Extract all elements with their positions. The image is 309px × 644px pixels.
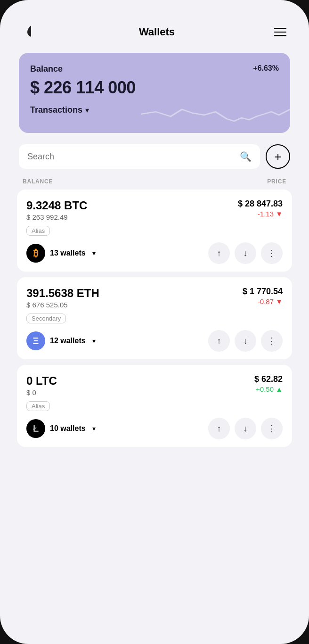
coin-wallets-chevron-icon-btc: ▾ (92, 249, 96, 257)
search-box: 🔍 (19, 144, 260, 169)
coin-actions-eth: ↑ ↓ ⋮ (208, 330, 283, 352)
menu-line-2 (274, 32, 286, 33)
more-button-ltc[interactable]: ⋮ (261, 418, 283, 439)
balance-label: Balance (30, 64, 63, 74)
coin-wallets-ltc: 10 wallets (50, 424, 86, 433)
coin-identity-btc[interactable]: ₿ 13 wallets ▾ (26, 244, 96, 263)
add-wallet-button[interactable]: + (266, 144, 290, 169)
coin-price-change-eth: -0.87 ▼ (243, 297, 283, 305)
coin-price-btc: $ 28 847.83 -1.13 ▼ (238, 199, 283, 218)
coin-balance-ltc: 0 LTC $ 0 (26, 374, 57, 396)
coin-actions-btc: ↑ ↓ ⋮ (208, 242, 283, 264)
coin-balance-btc: 9.3248 BTC $ 263 992.49 (26, 199, 87, 221)
more-button-eth[interactable]: ⋮ (261, 330, 283, 352)
header: Wallets (9, 9, 300, 49)
menu-line-1 (274, 28, 286, 29)
app-logo (23, 23, 40, 41)
menu-button[interactable] (274, 28, 286, 36)
more-button-btc[interactable]: ⋮ (261, 242, 283, 264)
coin-price-change-btc: -1.13 ▼ (238, 210, 283, 218)
coin-card-ltc: 0 LTC $ 0 $ 62.82 +0.50 ▲ Alias Ł 10 wal… (17, 365, 292, 447)
coin-top-ltc: 0 LTC $ 0 $ 62.82 +0.50 ▲ (26, 374, 283, 396)
coin-logo-eth: Ξ (26, 331, 45, 350)
coin-alias-ltc: Alias (26, 401, 50, 411)
coin-card-eth: 391.5638 ETH $ 676 525.05 $ 1 770.54 -0.… (17, 277, 292, 359)
coin-logo-btc: ₿ (26, 244, 45, 263)
send-button-eth[interactable]: ↑ (208, 330, 230, 352)
coin-top-eth: 391.5638 ETH $ 676 525.05 $ 1 770.54 -0.… (26, 287, 283, 309)
coin-usd-ltc: $ 0 (26, 388, 57, 396)
coin-wallets-btc: 13 wallets (50, 249, 86, 257)
balance-amount: $ 226 114 000 (30, 78, 279, 98)
coin-price-value-ltc: $ 62.82 (254, 374, 283, 384)
coin-bottom-eth: Ξ 12 wallets ▾ ↑ ↓ ⋮ (26, 330, 283, 352)
receive-button-btc[interactable]: ↓ (235, 242, 256, 264)
transactions-chevron-icon: ▾ (85, 106, 89, 115)
table-headers: BALANCE PRICE (9, 176, 300, 190)
coin-bottom-ltc: Ł 10 wallets ▾ ↑ ↓ ⋮ (26, 418, 283, 439)
coin-price-change-ltc: +0.50 ▲ (254, 385, 283, 393)
transactions-label: Transactions (30, 105, 82, 115)
coins-list: 9.3248 BTC $ 263 992.49 $ 28 847.83 -1.1… (9, 190, 300, 447)
coin-logo-ltc: Ł (26, 419, 45, 438)
coin-identity-eth[interactable]: Ξ 12 wallets ▾ (26, 331, 96, 350)
balance-chart (141, 95, 290, 133)
coin-price-value-btc: $ 28 847.83 (238, 199, 283, 209)
menu-line-3 (274, 35, 286, 36)
coin-usd-eth: $ 676 525.05 (26, 301, 99, 309)
coin-wallets-chevron-icon-eth: ▾ (92, 337, 96, 345)
coin-amount-ltc: 0 LTC (26, 374, 57, 388)
coin-price-ltc: $ 62.82 +0.50 ▲ (254, 374, 283, 393)
receive-button-ltc[interactable]: ↓ (235, 418, 256, 439)
balance-percent: +6.63% (253, 64, 279, 73)
coin-actions-ltc: ↑ ↓ ⋮ (208, 418, 283, 439)
coin-identity-ltc[interactable]: Ł 10 wallets ▾ (26, 419, 96, 438)
coin-top-btc: 9.3248 BTC $ 263 992.49 $ 28 847.83 -1.1… (26, 199, 283, 221)
search-input[interactable] (27, 152, 235, 162)
send-button-ltc[interactable]: ↑ (208, 418, 230, 439)
search-row: 🔍 + (9, 142, 300, 176)
coin-usd-btc: $ 263 992.49 (26, 213, 87, 221)
coin-wallets-eth: 12 wallets (50, 337, 86, 345)
receive-button-eth[interactable]: ↓ (235, 330, 256, 352)
coin-alias-btc: Alias (26, 226, 50, 236)
balance-card: Balance +6.63% $ 226 114 000 Transaction… (19, 53, 290, 133)
coin-bottom-btc: ₿ 13 wallets ▾ ↑ ↓ ⋮ (26, 242, 283, 264)
coin-amount-btc: 9.3248 BTC (26, 199, 87, 212)
coin-balance-eth: 391.5638 ETH $ 676 525.05 (26, 287, 99, 309)
price-column-header: PRICE (267, 178, 286, 185)
page-title: Wallets (139, 26, 175, 38)
search-icon: 🔍 (240, 151, 252, 162)
send-button-btc[interactable]: ↑ (208, 242, 230, 264)
balance-column-header: BALANCE (23, 178, 53, 185)
coin-price-eth: $ 1 770.54 -0.87 ▼ (243, 287, 283, 305)
coin-wallets-chevron-icon-ltc: ▾ (92, 425, 96, 432)
coin-alias-eth: Secondary (26, 314, 66, 323)
coin-amount-eth: 391.5638 ETH (26, 287, 99, 300)
coin-price-value-eth: $ 1 770.54 (243, 287, 283, 297)
coin-card-btc: 9.3248 BTC $ 263 992.49 $ 28 847.83 -1.1… (17, 190, 292, 272)
